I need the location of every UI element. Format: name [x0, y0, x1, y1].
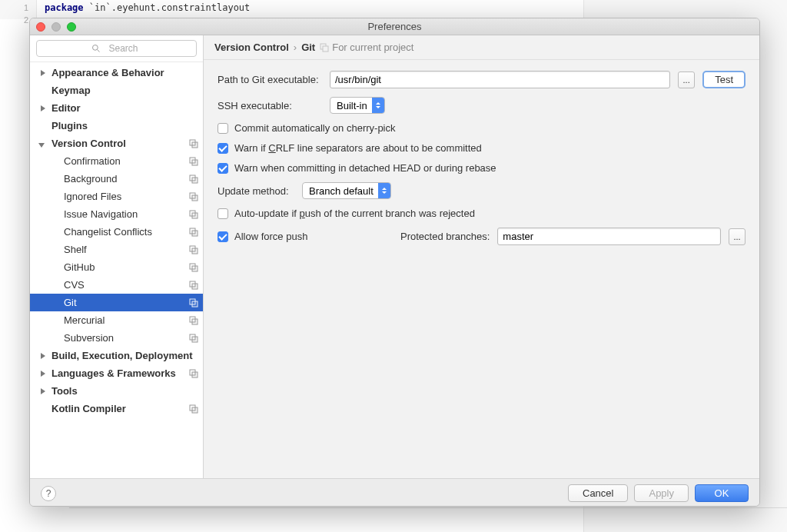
protected-branches-browse-button[interactable]: ...	[729, 228, 745, 245]
git-executable-row: Path to Git executable: ... Test	[218, 71, 745, 88]
sidebar-item-label: GitHub	[64, 261, 95, 273]
force-push-label: Allow force push	[234, 231, 307, 242]
sidebar-item-label: Subversion	[64, 332, 114, 344]
cancel-button[interactable]: Cancel	[568, 484, 628, 502]
search-container	[30, 35, 203, 62]
project-icon	[189, 281, 198, 290]
git-executable-input[interactable]	[330, 71, 670, 88]
sidebar-item-plugins[interactable]: Plugins	[30, 117, 203, 135]
auto-update-row: Auto-update if push of the current branc…	[218, 208, 745, 219]
sidebar-item-label: Changelist Conflicts	[64, 226, 152, 238]
project-icon	[189, 263, 198, 272]
preferences-content: Version Control › Git For current projec…	[204, 35, 759, 478]
ok-button[interactable]: OK	[695, 484, 749, 502]
git-executable-label: Path to Git executable:	[218, 74, 322, 85]
editor-code: package `in`.eyehunt.constraintlayout	[37, 0, 257, 19]
apply-button[interactable]: Apply	[634, 484, 689, 502]
sidebar-item-label: Tools	[51, 385, 78, 397]
svg-line-1	[98, 50, 100, 52]
svg-rect-31	[323, 46, 328, 52]
sidebar-item-build-execution-deployment[interactable]: Build, Execution, Deployment	[30, 347, 203, 364]
sidebar-item-label: Issue Navigation	[64, 208, 138, 220]
project-scope-hint: For current project	[320, 42, 413, 53]
window-controls	[30, 22, 76, 32]
update-method-row: Update method: Branch default	[218, 182, 745, 199]
preferences-dialog: Preferences Appearance & BehaviorKeymapE…	[29, 18, 760, 507]
editor-gutter: 1 2	[0, 0, 37, 19]
project-icon	[189, 334, 198, 343]
titlebar: Preferences	[30, 18, 759, 35]
breadcrumb: Version Control › Git For current projec…	[204, 35, 759, 60]
ssh-executable-label: SSH executable:	[218, 100, 322, 111]
crlf-warn-checkbox[interactable]	[218, 143, 228, 154]
sidebar-item-label: Version Control	[51, 138, 126, 149]
breadcrumb-parent[interactable]: Version Control	[214, 42, 289, 53]
sidebar-item-git[interactable]: Git	[30, 294, 203, 311]
project-icon	[189, 316, 198, 325]
update-method-select-wrap: Branch default	[302, 182, 391, 199]
editor-bottom-border	[69, 507, 787, 508]
ssh-executable-select-wrap: Built-in	[330, 97, 385, 114]
sidebar-item-label: Shelf	[64, 244, 87, 255]
svg-rect-9	[192, 195, 198, 201]
sidebar-item-github[interactable]: GitHub	[30, 258, 203, 276]
project-icon	[320, 43, 329, 52]
sidebar-item-appearance-behavior[interactable]: Appearance & Behavior	[30, 64, 203, 81]
sidebar-item-shelf[interactable]: Shelf	[30, 241, 203, 258]
protected-branches-input[interactable]	[497, 228, 721, 245]
sidebar-item-subversion[interactable]: Subversion	[30, 329, 203, 347]
sidebar-item-label: Background	[64, 173, 117, 185]
crlf-warn-label: Warn if CRLF line separators are about t…	[234, 142, 482, 154]
sidebar-item-label: Kotlin Compiler	[51, 403, 126, 414]
svg-rect-29	[192, 407, 198, 413]
breadcrumb-current: Git	[301, 42, 315, 53]
sidebar-item-changelist-conflicts[interactable]: Changelist Conflicts	[30, 223, 203, 241]
project-icon	[189, 157, 198, 166]
detached-head-checkbox[interactable]	[218, 163, 228, 174]
force-push-checkbox[interactable]	[218, 231, 228, 242]
sidebar-item-keymap[interactable]: Keymap	[30, 81, 203, 99]
svg-rect-23	[192, 319, 198, 324]
sidebar-item-tools[interactable]: Tools	[30, 382, 203, 400]
sidebar-item-languages-frameworks[interactable]: Languages & Frameworks	[30, 364, 203, 382]
project-icon	[189, 404, 198, 414]
sidebar-item-label: Editor	[51, 102, 81, 114]
sidebar-item-editor[interactable]: Editor	[30, 99, 203, 117]
ssh-executable-select[interactable]: Built-in	[330, 97, 385, 114]
cherry-pick-checkbox[interactable]	[218, 123, 228, 134]
close-window-button[interactable]	[36, 22, 45, 32]
svg-rect-27	[192, 372, 198, 377]
search-input[interactable]	[36, 40, 197, 57]
sidebar-item-kotlin-compiler[interactable]: Kotlin Compiler	[30, 400, 203, 417]
svg-rect-11	[192, 213, 198, 218]
sidebar-item-cvs[interactable]: CVS	[30, 276, 203, 294]
sidebar-item-background[interactable]: Background	[30, 170, 203, 188]
sidebar-item-ignored-files[interactable]: Ignored Files	[30, 188, 203, 205]
project-icon	[189, 210, 198, 219]
update-method-select[interactable]: Branch default	[302, 182, 391, 199]
git-executable-browse-button[interactable]: ...	[678, 71, 695, 88]
sidebar-item-label: Ignored Files	[64, 191, 121, 202]
project-icon	[189, 139, 198, 148]
svg-rect-25	[192, 337, 198, 342]
svg-rect-19	[192, 284, 198, 289]
project-icon	[189, 192, 198, 201]
svg-rect-3	[192, 142, 198, 148]
sidebar-item-version-control[interactable]: Version Control	[30, 135, 203, 152]
sidebar-item-label: Build, Execution, Deployment	[51, 350, 192, 361]
detached-head-label: Warn when committing in detached HEAD or…	[234, 162, 496, 174]
preferences-tree[interactable]: Appearance & BehaviorKeymapEditorPlugins…	[30, 62, 203, 478]
sidebar-item-label: Confirmation	[64, 155, 121, 167]
project-icon	[189, 245, 198, 254]
protected-branches-label: Protected branches:	[400, 231, 490, 242]
auto-update-checkbox[interactable]	[218, 208, 228, 219]
sidebar-item-label: Languages & Frameworks	[51, 367, 176, 379]
test-button[interactable]: Test	[702, 71, 745, 88]
sidebar-item-mercurial[interactable]: Mercurial	[30, 311, 203, 329]
sidebar-item-label: Mercurial	[64, 314, 105, 326]
zoom-window-button[interactable]	[67, 22, 76, 32]
help-button[interactable]: ?	[41, 486, 56, 501]
sidebar-item-issue-navigation[interactable]: Issue Navigation	[30, 205, 203, 223]
svg-rect-13	[192, 231, 198, 236]
sidebar-item-confirmation[interactable]: Confirmation	[30, 152, 203, 170]
